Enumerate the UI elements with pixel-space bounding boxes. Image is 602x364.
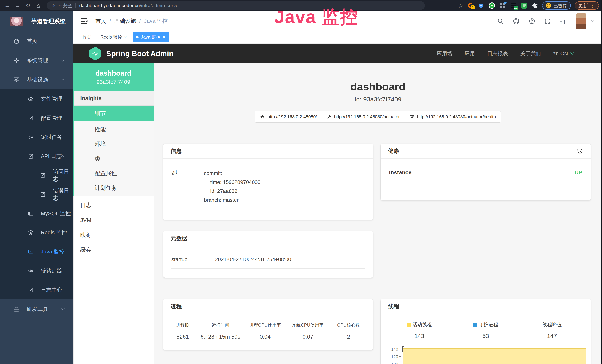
- card-threads: 线程 活动线程 143 守护进程 53 线程峰值 147: [381, 299, 591, 364]
- locale-select[interactable]: zh-CN: [553, 51, 574, 57]
- sidebar-item-java[interactable]: Java 监控: [0, 242, 73, 261]
- extension-grid-icon[interactable]: [499, 2, 506, 9]
- sidebar-item-system[interactable]: 系统管理: [0, 51, 73, 70]
- log-icon: [40, 172, 46, 178]
- breadcrumb-separator: /: [139, 18, 141, 24]
- home-icon[interactable]: ⌂: [34, 1, 43, 10]
- close-icon[interactable]: ×: [124, 34, 127, 40]
- sba-logo-icon: [89, 47, 101, 60]
- divider: [75, 3, 76, 8]
- sba-item-classes[interactable]: 类: [73, 151, 154, 166]
- update-button[interactable]: 更新 ⋮: [575, 1, 599, 10]
- y-tick-100: 100: [386, 362, 398, 364]
- item-label: 日志: [80, 202, 91, 209]
- sidebar-item-files[interactable]: 文件管理: [0, 89, 73, 108]
- sba-item-details-active[interactable]: 细节: [73, 106, 154, 121]
- tabs-bar: 首页 Redis 监控 × Java 监控 ×: [73, 31, 602, 43]
- sba-item-environment[interactable]: 环境: [73, 137, 154, 151]
- sba-nav-applications[interactable]: 应用: [465, 50, 475, 57]
- mysql-icon: [28, 211, 34, 217]
- sidebar-item-error-log[interactable]: 错误日志: [0, 185, 73, 204]
- history-icon[interactable]: [577, 148, 583, 154]
- extension-c-icon[interactable]: 1: [467, 2, 474, 9]
- breadcrumb-infra[interactable]: 基础设施: [114, 17, 136, 25]
- extension-list-icon[interactable]: on: [510, 2, 517, 9]
- extension-leaf-icon[interactable]: [521, 2, 528, 9]
- svg-text:T: T: [562, 18, 566, 24]
- scrollbar[interactable]: [601, 0, 602, 364]
- extension-pin-icon[interactable]: [478, 2, 485, 9]
- sidebar-item-infra[interactable]: 基础设施: [0, 70, 73, 89]
- actuator-url-button[interactable]: http://192.168.0.2:48080/actuator: [322, 111, 405, 123]
- cell-value: 5261: [169, 334, 196, 340]
- sidebar-item-access-log[interactable]: 访问日志: [0, 166, 73, 185]
- back-icon[interactable]: ←: [3, 1, 11, 10]
- tab-home[interactable]: 首页: [79, 32, 95, 42]
- forward-icon[interactable]: →: [13, 1, 22, 10]
- sidebar-item-api-log[interactable]: API 日志: [0, 147, 73, 166]
- github-icon[interactable]: [513, 18, 520, 25]
- info-row-value: commit: time: 1596289704000 id: 27aa832 …: [204, 169, 365, 205]
- extension-y-icon[interactable]: y: [488, 2, 495, 9]
- y-tick-140: 140: [386, 347, 398, 352]
- brand-row[interactable]: 芋道管理系统: [0, 11, 73, 32]
- cell-value: 6d 23h 15m 59s: [196, 334, 244, 340]
- service-url-button[interactable]: http://192.168.0.2:48080/: [255, 111, 322, 123]
- fullscreen-icon[interactable]: [544, 18, 551, 24]
- cell-value: 0.07: [286, 334, 330, 340]
- breadcrumb-home[interactable]: 首页: [96, 17, 106, 25]
- screen: ← → ↻ ⌂ ⚠ 不安全 dashboard.yudao.iocoder.cn…: [0, 0, 602, 364]
- paused-profile-badge[interactable]: 已暂停: [542, 1, 571, 10]
- sba-item-jvm[interactable]: JVM: [73, 213, 154, 227]
- legend-live: 活动线程: [407, 321, 432, 328]
- help-icon[interactable]: [528, 18, 535, 24]
- sba-item-metrics[interactable]: 性能: [73, 122, 154, 137]
- sidebar-item-home[interactable]: 首页: [0, 32, 73, 51]
- sidebar-item-mysql[interactable]: MySQL 监控: [0, 204, 73, 223]
- card-info-body: git commit: time: 1596289704000 id: 27aa…: [163, 159, 373, 205]
- address-bar[interactable]: ⚠ 不安全 dashboard.yudao.iocoder.cn /infra/…: [47, 1, 425, 10]
- user-avatar[interactable]: [576, 13, 586, 29]
- tab-java-active[interactable]: Java 监控 ×: [133, 32, 169, 42]
- section-label: Insights: [80, 95, 102, 101]
- timer-icon: [28, 134, 34, 140]
- stat-value: 143: [386, 333, 452, 340]
- sba-nav-about[interactable]: 关于我们: [520, 50, 541, 57]
- sba-nav-wallboard[interactable]: 应用墙: [437, 50, 452, 57]
- health-instance-label[interactable]: Instance: [389, 169, 412, 176]
- cloud-upload-icon: [28, 96, 34, 102]
- sba-item-mappings[interactable]: 映射: [73, 227, 154, 242]
- bookmark-star-icon[interactable]: ☆: [458, 2, 463, 9]
- y-tick-120: 120: [386, 354, 398, 359]
- sba-item-caches[interactable]: 缓存: [73, 242, 154, 257]
- value-line: commit:: [204, 169, 365, 178]
- chevron-down-icon[interactable]: [591, 20, 595, 22]
- extensions-puzzle-icon[interactable]: [531, 2, 538, 9]
- collapse-menu-icon[interactable]: [80, 18, 88, 24]
- sidebar-item-trace[interactable]: 链路追踪: [0, 261, 73, 280]
- sba-item-configprops[interactable]: 配置属性: [73, 166, 154, 181]
- sba-item-logfile[interactable]: 日志: [73, 198, 154, 213]
- sba-section-insights[interactable]: Insights: [73, 91, 154, 106]
- chevron-down-icon: [61, 59, 65, 62]
- sidebar-item-log-center[interactable]: 日志中心: [0, 280, 73, 300]
- health-url-button[interactable]: http://192.168.0.2:48080/actuator/health: [405, 111, 501, 123]
- sidebar-item-label: 链路追踪: [41, 267, 62, 275]
- sidebar-item-devtools[interactable]: 研发工具: [0, 300, 73, 319]
- tab-redis[interactable]: Redis 监控 ×: [97, 32, 130, 42]
- sba-item-scheduledtasks[interactable]: 计划任务: [73, 181, 154, 195]
- sidebar-item-jobs[interactable]: 定时任务: [0, 128, 73, 147]
- close-icon[interactable]: ×: [163, 34, 165, 40]
- breadcrumb: 首页 / 基础设施 / Java 监控: [96, 17, 168, 25]
- search-icon[interactable]: [497, 18, 504, 24]
- sba-app-header[interactable]: dashboard 93a3fc7f7409: [73, 63, 154, 91]
- pin-icon: [478, 3, 484, 8]
- sidebar-item-redis[interactable]: Redis 监控: [0, 223, 73, 242]
- sidebar-item-config[interactable]: 配置管理: [0, 108, 73, 128]
- sba-brand-title[interactable]: Spring Boot Admin: [106, 50, 173, 58]
- sba-nav-journal[interactable]: 日志报表: [487, 50, 508, 57]
- on-badge: on: [514, 7, 518, 10]
- reload-icon[interactable]: ↻: [24, 1, 32, 10]
- font-size-icon[interactable]: TT: [560, 18, 567, 24]
- stat-value: 147: [519, 333, 585, 340]
